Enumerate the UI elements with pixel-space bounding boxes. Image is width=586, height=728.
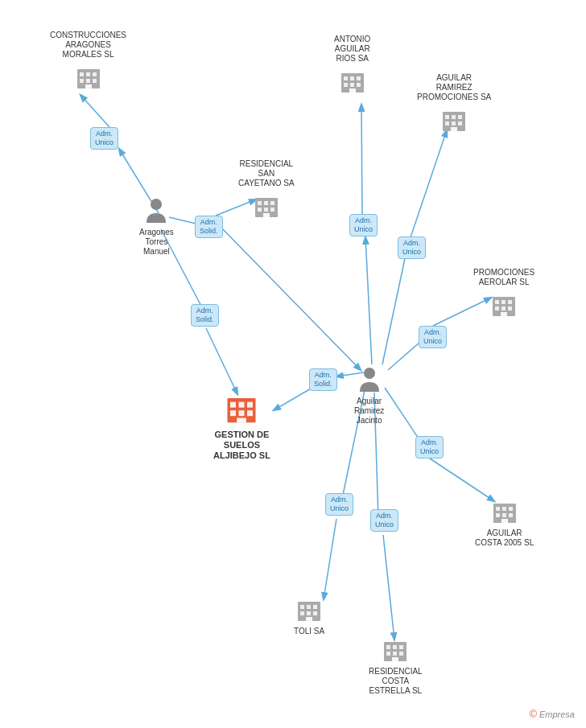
badge-construcciones-label: Adm.Unico <box>90 127 118 150</box>
svg-rect-68 <box>237 418 247 423</box>
badge-residencial-costa-label: Adm.Unico <box>370 509 398 532</box>
residencial-costa-icon <box>381 635 410 664</box>
svg-rect-39 <box>452 115 456 119</box>
svg-rect-87 <box>502 507 506 511</box>
svg-rect-65 <box>230 410 236 416</box>
svg-rect-24 <box>93 72 97 76</box>
toli-label: TOLI SA <box>294 627 324 636</box>
svg-line-1 <box>80 95 109 127</box>
svg-line-9 <box>361 105 362 216</box>
svg-rect-66 <box>239 410 245 416</box>
svg-rect-59 <box>508 306 512 311</box>
svg-rect-22 <box>80 72 84 76</box>
badge-antonio-label: Adm.Unico <box>349 214 378 236</box>
badge-aerolar-label: Adm.Unico <box>419 326 447 348</box>
svg-rect-74 <box>307 611 311 615</box>
svg-rect-73 <box>300 611 304 615</box>
node-aragones-torres: Aragones Torres Manuel <box>139 197 174 257</box>
gestion-suelos-icon <box>225 393 258 426</box>
svg-rect-82 <box>393 652 397 656</box>
svg-rect-42 <box>452 121 456 125</box>
svg-rect-83 <box>399 652 403 656</box>
svg-rect-49 <box>258 208 262 212</box>
svg-rect-67 <box>247 410 253 416</box>
svg-rect-35 <box>357 83 361 87</box>
badge-aguilar-promo: Adm.Unico <box>398 236 426 259</box>
svg-line-15 <box>430 459 494 501</box>
watermark: © Empresa <box>529 708 575 720</box>
svg-rect-91 <box>509 513 513 517</box>
svg-line-5 <box>206 328 237 394</box>
svg-rect-23 <box>86 72 90 76</box>
badge-aguilar-costa-label: Adm.Unico <box>415 436 444 459</box>
svg-rect-30 <box>344 76 348 80</box>
svg-rect-26 <box>86 79 90 83</box>
svg-rect-51 <box>270 208 274 212</box>
aragones-label: Aragones Torres Manuel <box>139 228 174 257</box>
residencial-san-icon <box>252 191 281 220</box>
svg-rect-27 <box>93 79 97 83</box>
badge-construcciones: Adm.Unico <box>90 127 118 150</box>
construcciones-building-icon <box>74 63 103 92</box>
badge-aguilar-costa: Adm.Unico <box>415 436 444 459</box>
svg-line-20 <box>219 225 361 370</box>
antonio-building-icon <box>338 67 367 96</box>
svg-rect-48 <box>270 201 274 205</box>
badge-left-solid: Adm.Solid. <box>191 304 219 327</box>
svg-rect-86 <box>496 507 500 511</box>
svg-rect-71 <box>307 605 311 609</box>
svg-rect-89 <box>496 513 500 517</box>
svg-rect-55 <box>501 300 506 304</box>
svg-line-10 <box>382 251 406 364</box>
node-residencial-costa: RESIDENCIAL COSTA ESTRELLA SL <box>369 635 423 696</box>
aguilar-person-icon <box>357 366 382 395</box>
svg-rect-44 <box>451 127 457 131</box>
svg-rect-92 <box>501 519 508 523</box>
svg-point-94 <box>364 368 375 379</box>
node-residencial-san: RESIDENCIAL SAN CAYETANO SA <box>238 157 295 220</box>
svg-rect-60 <box>501 312 507 316</box>
svg-rect-33 <box>344 83 348 87</box>
badge-residencial-costa: Adm.Unico <box>370 509 398 532</box>
svg-rect-79 <box>393 645 397 649</box>
svg-rect-25 <box>80 79 84 83</box>
svg-rect-31 <box>350 76 354 80</box>
badge-residencial-san: Adm.Solid. <box>195 216 223 238</box>
svg-rect-28 <box>85 84 92 88</box>
node-aguilar-ramirez-promo: AGUILAR RAMIREZ PROMOCIONES SA <box>417 71 491 134</box>
svg-rect-56 <box>508 300 512 304</box>
antonio-label: ANTONIO AGUILAR RIOS SA <box>334 35 370 64</box>
svg-rect-47 <box>264 201 268 205</box>
svg-rect-58 <box>501 306 506 311</box>
toli-icon <box>295 595 324 624</box>
badge-aguilar-promo-label: Adm.Unico <box>398 236 426 259</box>
svg-rect-43 <box>458 121 462 125</box>
svg-rect-63 <box>239 402 245 408</box>
residencial-san-label: RESIDENCIAL SAN CAYETANO SA <box>238 159 295 188</box>
badge-left-solid-label: Adm.Solid. <box>191 304 219 327</box>
svg-rect-36 <box>349 88 356 93</box>
node-aguilar-ramirez-jacinto: Aguilar Ramirez Jacinto <box>354 366 384 426</box>
svg-rect-34 <box>350 83 354 87</box>
svg-rect-32 <box>357 76 361 80</box>
gestion-suelos-label: GESTION DE SUELOS ALJIBEJO SL <box>213 430 270 462</box>
construcciones-label: CONSTRUCCIONES ARAGONES MORALES SL <box>50 31 126 60</box>
svg-rect-75 <box>313 611 317 615</box>
svg-rect-41 <box>445 121 449 125</box>
svg-rect-80 <box>399 645 403 649</box>
badge-aerolar: Adm.Unico <box>419 326 447 348</box>
node-toli: TOLI SA <box>294 595 324 636</box>
svg-rect-46 <box>258 201 262 205</box>
aerolar-label: PROMOCIONES AEROLAR SL <box>473 268 534 287</box>
aguilar-ramirez-j-label: Aguilar Ramirez Jacinto <box>354 397 384 426</box>
node-construcciones: CONSTRUCCIONES ARAGONES MORALES SL <box>50 28 126 92</box>
brand-name: Empresa <box>539 709 575 719</box>
node-aguilar-costa: AGUILAR COSTA 2005 SL <box>475 497 534 548</box>
aragones-person-icon <box>144 197 168 226</box>
svg-rect-54 <box>495 300 499 304</box>
aguilar-costa-icon <box>490 497 519 526</box>
residencial-costa-label: RESIDENCIAL COSTA ESTRELLA SL <box>369 667 423 696</box>
badge-residencial-san-label: Adm.Solid. <box>195 216 223 238</box>
svg-point-93 <box>151 199 162 210</box>
svg-rect-52 <box>263 213 270 217</box>
